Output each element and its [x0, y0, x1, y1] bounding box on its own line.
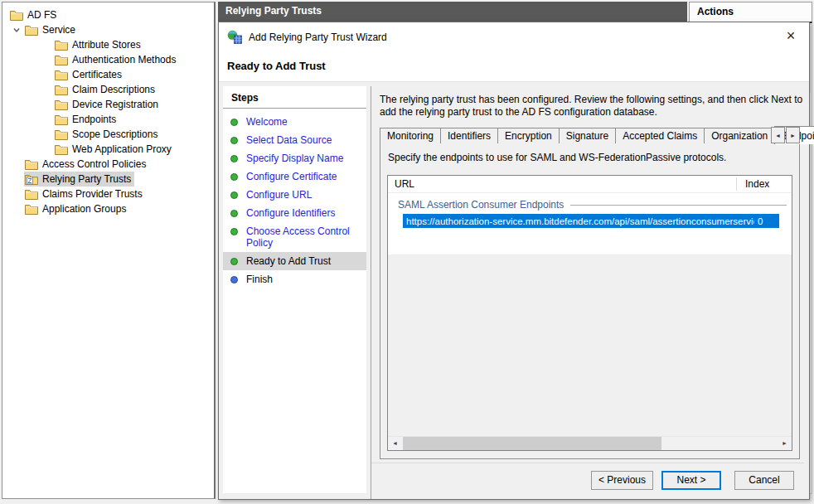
table-row-selected[interactable]: https://authorization-service.mm.bitdefe… [403, 214, 779, 228]
tree-item-claims-provider-trusts[interactable]: Claims Provider Trusts [2, 187, 214, 201]
folder-icon [55, 114, 68, 125]
list-rows-area: SAML Assertion Consumer Endpoints https:… [388, 193, 792, 254]
wizard-content: The relying party trust has been configu… [371, 86, 804, 499]
tab-signature[interactable]: Signature [559, 128, 616, 143]
endpoints-description: Specify the endpoints to use for SAML an… [388, 152, 726, 163]
folder-icon [25, 159, 38, 170]
step-done-icon [230, 210, 238, 217]
step-specify-display-name[interactable]: Specify Display Name [223, 149, 366, 167]
step-label: Configure Certificate [246, 171, 337, 182]
next-button[interactable]: Next > [661, 471, 721, 490]
center-pane-title: Relying Party Trusts [218, 2, 687, 22]
scroll-left-icon[interactable]: ◄ [388, 437, 402, 450]
tree-item-label: Authentication Methods [72, 54, 176, 65]
tab-scroll-left-icon[interactable]: ◄ [771, 127, 785, 143]
tree-item-label: Web Application Proxy [72, 143, 172, 155]
tree-item-endpoints[interactable]: Endpoints [2, 112, 214, 127]
step-done-icon [230, 228, 238, 235]
horizontal-scrollbar[interactable]: ◄ ► [388, 436, 792, 450]
list-group-header: SAML Assertion Consumer Endpoints [388, 193, 792, 214]
dialog-title: Add Relying Party Trust Wizard [249, 32, 387, 43]
chevron-down-icon[interactable] [9, 26, 24, 34]
group-rule [570, 205, 787, 206]
column-header-index[interactable]: Index [737, 178, 792, 190]
previous-button[interactable]: < Previous [591, 471, 653, 490]
tree-item-label: Claims Provider Trusts [42, 188, 143, 200]
tree-item-relying-party-trusts[interactable]: Relying Party Trusts [2, 172, 214, 187]
dialog-header: Add Relying Party Trust Wizard × Ready t… [219, 22, 809, 82]
step-label: Welcome [246, 116, 288, 128]
tree-item-certificates[interactable]: Certificates [2, 67, 214, 82]
folder-icon [55, 85, 68, 95]
folder-icon [25, 204, 38, 215]
step-select-data-source[interactable]: Select Data Source [223, 131, 366, 149]
relying-party-trusts-folder-icon [25, 174, 38, 185]
step-configure-certificate[interactable]: Configure Certificate [223, 167, 366, 186]
endpoints-list: URL Index SAML Assertion Consumer Endpoi… [387, 175, 792, 451]
tree-item-service[interactable]: Service [2, 22, 214, 37]
scrollbar-thumb[interactable] [403, 437, 661, 450]
folder-icon [25, 189, 38, 200]
folder-icon [55, 70, 68, 80]
tree-item-access-control-policies[interactable]: Access Control Policies [2, 157, 214, 172]
tree-item-web-application-proxy[interactable]: Web Application Proxy [2, 142, 214, 157]
tab-identifiers[interactable]: Identifiers [440, 128, 498, 143]
step-configure-identifiers[interactable]: Configure Identifiers [223, 204, 366, 222]
tree-item-label: AD FS [27, 9, 56, 21]
tree-item-label: Scope Descriptions [72, 128, 157, 140]
tab-monitoring[interactable]: Monitoring [380, 128, 441, 143]
tab-encryption[interactable]: Encryption [497, 128, 560, 143]
step-finish[interactable]: Finish [223, 270, 366, 288]
step-label: Specify Display Name [246, 153, 343, 164]
step-choose-access-control-policy[interactable]: Choose Access Control Policy [223, 222, 366, 252]
tab-accepted-claims[interactable]: Accepted Claims [615, 128, 705, 143]
step-done-icon [230, 137, 238, 144]
folder-icon [25, 25, 38, 36]
tree-item-label: Certificates [72, 69, 122, 80]
actions-pane-header: Actions [689, 2, 812, 23]
scroll-right-icon[interactable]: ► [778, 437, 792, 450]
step-label: Ready to Add Trust [246, 255, 331, 267]
wizard-steps-panel: Steps Welcome Select Data Source Specify… [223, 86, 366, 493]
add-relying-party-trust-wizard-dialog: Add Relying Party Trust Wizard × Ready t… [218, 22, 810, 500]
tab-scroll-right-icon[interactable]: ► [786, 127, 800, 143]
intro-text: The relying party trust has been configu… [380, 94, 814, 119]
step-configure-url[interactable]: Configure URL [223, 186, 366, 204]
folder-icon [55, 40, 68, 51]
step-done-icon [230, 119, 238, 126]
endpoint-index-cell: 0 [754, 216, 763, 226]
step-pending-icon [230, 276, 238, 284]
tree-item-claim-descriptions[interactable]: Claim Descriptions [2, 82, 214, 97]
folder-icon [55, 129, 68, 140]
wizard-icon [227, 30, 242, 44]
list-header: URL Index [388, 176, 792, 193]
tab-organization[interactable]: Organization [704, 128, 775, 143]
cancel-button[interactable]: Cancel [734, 471, 794, 490]
tree-item-label: Service [42, 24, 75, 36]
column-header-url[interactable]: URL [388, 178, 736, 190]
tree-item-adfs[interactable]: AD FS [2, 7, 214, 22]
step-done-icon [230, 155, 238, 162]
step-label: Configure URL [246, 189, 312, 201]
group-label: SAML Assertion Consumer Endpoints [398, 199, 564, 211]
step-ready-to-add-trust[interactable]: Ready to Add Trust [223, 252, 366, 270]
console-tree-panel: AD FS Service Attribute Stores Authentic… [2, 2, 216, 499]
folder-icon [55, 144, 68, 155]
tree-item-label: Access Control Policies [42, 158, 146, 170]
tree-item-label: Device Registration [72, 99, 158, 110]
close-icon[interactable]: × [781, 27, 801, 46]
tree-item-device-registration[interactable]: Device Registration [2, 97, 214, 112]
settings-tab-control: Monitoring Identifiers Encryption Signat… [380, 125, 800, 459]
tree-item-application-groups[interactable]: Application Groups [2, 201, 214, 216]
endpoints-tab-page: Specify the endpoints to use for SAML an… [380, 143, 800, 459]
tree-item-label: Relying Party Trusts [42, 173, 131, 185]
step-label: Select Data Source [246, 134, 332, 146]
tree-item-attribute-stores[interactable]: Attribute Stores [2, 37, 214, 52]
step-done-icon [230, 173, 238, 181]
tree-item-scope-descriptions[interactable]: Scope Descriptions [2, 127, 214, 142]
tree-item-authentication-methods[interactable]: Authentication Methods [2, 52, 214, 67]
wizard-footer: < Previous Next > Cancel [371, 463, 804, 497]
step-current-icon [230, 258, 238, 265]
step-welcome[interactable]: Welcome [223, 113, 366, 131]
tree-item-label: Claim Descriptions [72, 84, 155, 95]
